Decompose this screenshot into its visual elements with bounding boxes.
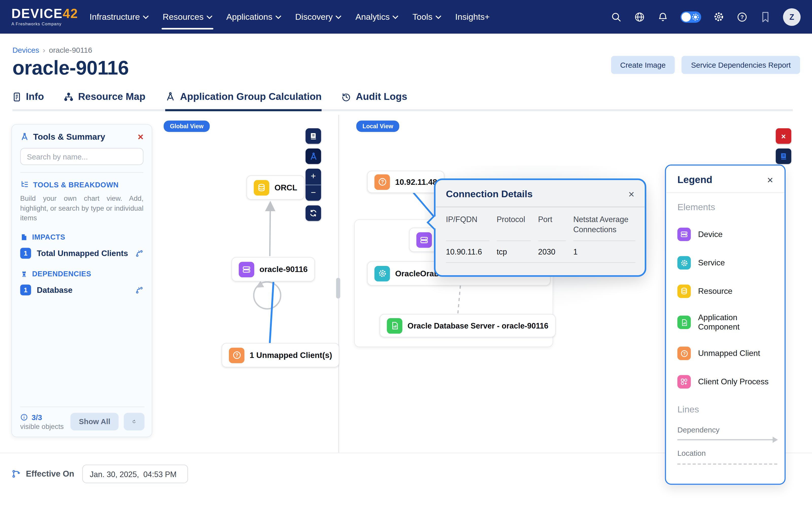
brand-accent: 42 (63, 6, 78, 20)
node-app-component[interactable]: Oracle Database Server - oracle-90116 (379, 314, 556, 337)
connection-table: IP/FQDN Protocol Port Netstat Average Co… (436, 207, 645, 262)
refresh-icon (132, 417, 136, 426)
refresh-button[interactable] (124, 413, 145, 431)
chevron-down-icon (275, 15, 281, 19)
nav-item-resources[interactable]: Resources (163, 0, 212, 34)
service-icon (374, 266, 390, 281)
visible-objects-caption: visible objects (20, 422, 64, 430)
node-label: 10.92.11.48 (395, 177, 437, 186)
legend-elements-heading: Elements (677, 202, 773, 213)
brand-text: DEVICE (11, 6, 63, 20)
node-unmapped-ip[interactable]: ? 10.92.11.48 (367, 171, 444, 193)
compass-icon (309, 152, 318, 161)
node-device-oracle-90116[interactable]: oracle-90116 (232, 257, 315, 281)
zoom-in-button[interactable]: + (306, 169, 321, 185)
compass-icon (20, 132, 29, 141)
close-icon[interactable]: × (767, 176, 773, 184)
effective-on-label: Effective On (26, 469, 74, 478)
application-component-icon (677, 316, 691, 329)
connection-details-popup: Connection Details × IP/FQDN Protocol Po… (434, 178, 646, 277)
global-view-badge: Global View (164, 121, 210, 132)
toggle-knob (681, 12, 691, 21)
count-badge: 1 (20, 248, 31, 259)
nav-item-discovery[interactable]: Discovery (295, 0, 342, 34)
page-title: oracle-90116 (12, 57, 129, 79)
node-unmapped-clients[interactable]: ? 1 Unmapped Client(s) (221, 343, 339, 367)
navbar-actions: ? Z (611, 8, 801, 25)
node-list-button[interactable] (306, 128, 321, 144)
column-header: Netstat Average Connections (573, 214, 636, 240)
legend-item-client-only-process: Client Only Process (677, 375, 773, 389)
tab-audit-logs[interactable]: Audit Logs (341, 91, 407, 111)
theme-toggle[interactable] (680, 11, 701, 22)
branch-icon[interactable] (135, 249, 144, 258)
location-line-sample (677, 464, 777, 465)
panel-divider (20, 172, 144, 173)
column-header: Port (538, 214, 566, 240)
zoom-out-button[interactable]: − (306, 185, 321, 201)
close-icon[interactable]: × (138, 132, 144, 141)
close-icon[interactable]: × (628, 190, 635, 198)
bell-icon[interactable] (657, 11, 669, 22)
tab-resource-map[interactable]: Resource Map (64, 91, 145, 111)
nav-item-applications[interactable]: Applications (226, 0, 281, 34)
book-icon (309, 132, 317, 140)
column-header: Protocol (497, 214, 531, 240)
legend-item-service: Service (677, 256, 773, 270)
count-badge: 1 (20, 285, 31, 295)
chevron-down-icon (436, 15, 441, 19)
tools-summary-panel: Tools & Summary × TOOLS & BREAKDOWN Buil… (11, 124, 152, 437)
history-icon (341, 92, 351, 102)
impacts-row-unmapped-clients: 1 Total Unmapped Clients (20, 248, 144, 259)
refresh-layout-button[interactable] (306, 205, 321, 221)
nav-item-analytics[interactable]: Analytics (356, 0, 398, 34)
nav-item-infrastructure[interactable]: Infrastructure (90, 0, 149, 34)
search-icon[interactable] (611, 11, 622, 22)
branch-icon[interactable] (135, 286, 144, 294)
legend-divider (666, 192, 784, 193)
unmapped-client-icon: ? (229, 347, 244, 363)
nav-item-tools[interactable]: Tools (412, 0, 441, 34)
node-resource-orcl[interactable]: ORCL (246, 175, 304, 200)
popup-title: Connection Details (446, 188, 532, 200)
gear-icon[interactable] (713, 11, 724, 22)
compass-icon (165, 92, 175, 102)
chevron-down-icon (393, 15, 398, 19)
svg-text:?: ? (380, 179, 384, 184)
effective-on-datetime-input[interactable]: Jan. 30, 2025, 04:53 PM (83, 465, 188, 483)
globe-icon[interactable] (634, 11, 645, 22)
close-local-view-button[interactable]: × (776, 128, 791, 144)
svg-text:?: ? (235, 352, 238, 358)
tools-summary-toggle-button[interactable] (306, 149, 321, 164)
effective-on-icon (11, 469, 21, 478)
splitter-handle[interactable] (336, 278, 340, 299)
show-all-button[interactable]: Show All (70, 413, 118, 431)
user-avatar[interactable]: Z (783, 8, 801, 25)
service-dependencies-report-button[interactable]: Service Dependencies Report (681, 56, 800, 74)
search-input[interactable] (20, 148, 144, 165)
table-cell-protocol: tcp (497, 240, 531, 262)
list-tree-icon (20, 180, 29, 189)
legend-panel: Legend × Elements Device Service Resourc… (665, 165, 785, 485)
edge-self-loop (254, 282, 281, 309)
chevron-down-icon (336, 15, 341, 19)
local-node-list-button[interactable] (776, 149, 791, 164)
legend-item-unmapped-client: ? Unmapped Client (677, 346, 773, 360)
create-image-button[interactable]: Create Image (611, 56, 675, 74)
help-icon[interactable]: ? (737, 11, 748, 22)
table-cell-port: 2030 (538, 240, 566, 262)
legend-title: Legend (677, 174, 712, 186)
brand-subtitle: A Freshworks Company (11, 22, 78, 26)
device42-logo[interactable]: DEVICE42 A Freshworks Company (11, 7, 78, 26)
nav-item-insights[interactable]: Insights+ (455, 0, 490, 34)
tab-info[interactable]: Info (12, 91, 44, 111)
avatar-initial: Z (790, 12, 794, 21)
tab-application-group-calculation[interactable]: Application Group Calculation (165, 91, 321, 111)
tools-summary-title: Tools & Summary (33, 132, 105, 142)
bookmark-icon[interactable] (760, 11, 771, 22)
legend-line-location-label: Location (677, 449, 773, 457)
table-cell-ip: 10.90.11.6 (446, 240, 489, 262)
unmapped-client-icon: ? (374, 174, 390, 189)
breakdown-description: Build your own chart view. Add, highligh… (20, 193, 144, 223)
breadcrumb-devices-link[interactable]: Devices (12, 46, 39, 55)
